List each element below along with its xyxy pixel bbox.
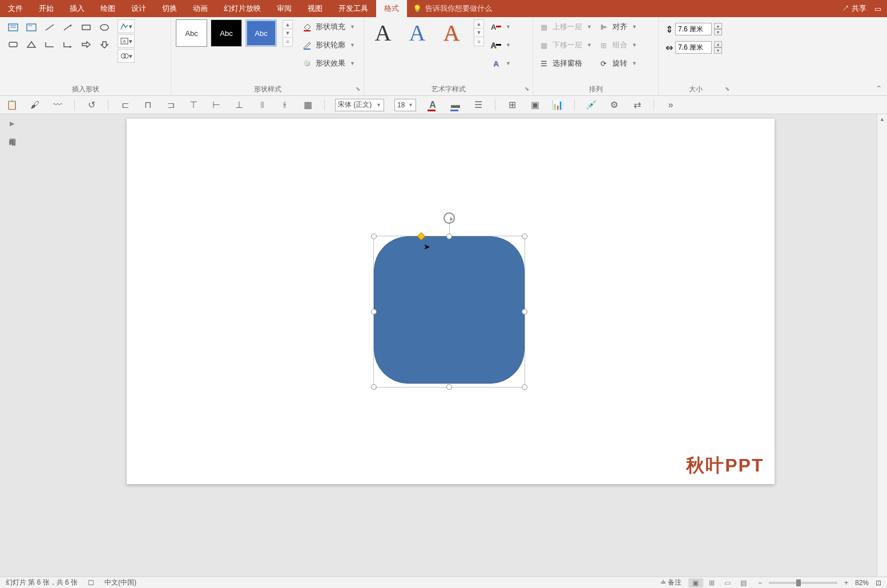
- resize-handle-se[interactable]: [522, 384, 527, 390]
- wordart-launcher[interactable]: ⬊: [525, 84, 529, 94]
- height-spin-up[interactable]: ▲: [714, 23, 722, 29]
- wordart-gallery[interactable]: A A A ▲▼≡: [369, 19, 484, 46]
- view-normal-icon[interactable]: ▣: [688, 578, 703, 587]
- align-button[interactable]: ⊫对齐▼: [599, 19, 637, 34]
- qt-settings-icon[interactable]: ⚙: [608, 99, 620, 111]
- menu-transitions[interactable]: 切换: [154, 0, 185, 17]
- menu-format[interactable]: 格式: [376, 0, 407, 17]
- qt-align-left-icon[interactable]: ⊏: [119, 99, 131, 111]
- font-name-combo[interactable]: 宋体 (正文)▼: [335, 99, 384, 111]
- textbox-button[interactable]: A▾: [118, 34, 135, 48]
- zoom-percent[interactable]: 82%: [855, 579, 869, 587]
- group-button[interactable]: ⊞组合▼: [599, 38, 637, 53]
- zoom-slider[interactable]: [769, 582, 837, 584]
- qt-replace-icon[interactable]: ⇄: [631, 99, 643, 111]
- qt-align-center-icon[interactable]: ⊓: [142, 99, 154, 111]
- shape-height-input[interactable]: 7.6 厘米: [675, 23, 712, 35]
- view-slideshow-icon[interactable]: ▤: [736, 578, 751, 587]
- shape-style-2[interactable]: Abc: [211, 19, 242, 47]
- shape-textbox-icon[interactable]: [5, 19, 22, 35]
- wordart-style-3[interactable]: A: [437, 19, 466, 46]
- qt-eyedropper-icon[interactable]: 💉: [585, 99, 598, 111]
- resize-handle-sw[interactable]: [371, 384, 377, 390]
- qt-reset-icon[interactable]: ↺: [85, 99, 98, 111]
- resize-handle-s[interactable]: [446, 384, 452, 390]
- thumbnail-rail[interactable]: ▶ 缩略图: [0, 114, 24, 577]
- shape-style-1[interactable]: Abc: [176, 19, 207, 47]
- shape-effects-button[interactable]: 形状效果▼: [302, 56, 355, 71]
- shape-triangle-icon[interactable]: [23, 37, 40, 53]
- qt-align-right-icon[interactable]: ⊐: [164, 99, 177, 111]
- height-spin-down[interactable]: ▼: [714, 29, 722, 35]
- notes-button[interactable]: ≐ 备注: [660, 578, 682, 587]
- wordart-style-2[interactable]: A: [403, 19, 432, 46]
- shape-down-arrow-icon[interactable]: [96, 37, 113, 53]
- shape-elbow-icon[interactable]: [41, 37, 58, 53]
- qt-distribute-h-icon[interactable]: ⫴: [256, 99, 268, 111]
- shape-line-icon[interactable]: [41, 19, 58, 35]
- bring-forward-button[interactable]: ▦上移一层▼: [539, 19, 592, 34]
- text-outline-button[interactable]: A▼: [491, 38, 511, 53]
- menu-review[interactable]: 审阅: [269, 0, 300, 17]
- resize-handle-nw[interactable]: [371, 233, 377, 239]
- menu-slideshow[interactable]: 幻灯片放映: [216, 0, 269, 17]
- menu-home[interactable]: 开始: [31, 0, 62, 17]
- style-gallery-scroll[interactable]: ▲▼≡: [283, 20, 293, 47]
- send-backward-button[interactable]: ▦下移一层▼: [539, 38, 592, 53]
- shape-fill-button[interactable]: 形状填充▼: [302, 19, 355, 34]
- view-sorter-icon[interactable]: ⊞: [704, 578, 719, 587]
- qt-paragraph-icon[interactable]: ☰: [472, 99, 485, 111]
- menu-animations[interactable]: 动画: [185, 0, 216, 17]
- merge-shapes-button[interactable]: ▾: [118, 49, 135, 63]
- rotate-button[interactable]: ⟳旋转▼: [599, 56, 637, 71]
- shape-arrow-line-icon[interactable]: [59, 19, 76, 35]
- shape-right-arrow-icon[interactable]: [78, 37, 95, 53]
- shape-selection-box[interactable]: [373, 236, 525, 388]
- shape-textbox2-icon[interactable]: [23, 19, 40, 35]
- qt-align-bottom-icon[interactable]: ⊥: [233, 99, 245, 111]
- menu-design[interactable]: 设计: [123, 0, 154, 17]
- resize-handle-ne[interactable]: [522, 233, 527, 239]
- qt-layout-icon[interactable]: ▣: [529, 99, 541, 111]
- resize-handle-e[interactable]: [522, 309, 527, 315]
- menu-insert[interactable]: 插入: [62, 0, 92, 17]
- text-fill-button[interactable]: A▼: [491, 19, 511, 34]
- view-reading-icon[interactable]: ▭: [720, 578, 735, 587]
- menu-draw[interactable]: 绘图: [92, 0, 123, 17]
- size-launcher[interactable]: ⬊: [725, 84, 729, 94]
- accessibility-icon[interactable]: ☐: [88, 579, 94, 587]
- qt-brush-icon[interactable]: 〰: [51, 99, 64, 111]
- qt-align-middle-icon[interactable]: ⊢: [210, 99, 223, 111]
- rotation-handle[interactable]: [444, 212, 455, 224]
- qt-format-painter-icon[interactable]: 🖌: [29, 99, 41, 111]
- share-button[interactable]: ↗ 共享: [842, 3, 866, 14]
- zoom-out-button[interactable]: −: [758, 579, 762, 587]
- canvas-area[interactable]: ➤ 秋叶PPT: [24, 114, 877, 577]
- scrollbar-up-icon[interactable]: ▲: [877, 114, 887, 124]
- shape-rectangle-icon[interactable]: [78, 19, 95, 35]
- wordart-gallery-scroll[interactable]: ▲▼≡: [474, 19, 484, 46]
- width-spin-down[interactable]: ▼: [714, 47, 722, 54]
- zoom-slider-thumb[interactable]: [796, 579, 801, 586]
- shape-elbow-arrow-icon[interactable]: [59, 37, 76, 53]
- qt-distribute-v-icon[interactable]: ⫳: [279, 99, 291, 111]
- shape-oval-icon[interactable]: [96, 19, 113, 35]
- qt-more-icon[interactable]: »: [664, 99, 677, 111]
- shape-style-gallery[interactable]: Abc Abc Abc ▲▼≡: [176, 19, 293, 47]
- text-effects-button[interactable]: A▼: [491, 56, 511, 71]
- qt-highlight-icon[interactable]: ▬: [449, 99, 462, 111]
- menu-view[interactable]: 视图: [300, 0, 330, 17]
- language-status[interactable]: 中文(中国): [104, 578, 136, 587]
- shape-rounded-rect-icon[interactable]: [5, 37, 22, 53]
- qt-chart-icon[interactable]: 📊: [551, 99, 564, 111]
- slide-canvas[interactable]: ➤ 秋叶PPT: [127, 119, 775, 484]
- shape-styles-launcher[interactable]: ⬊: [356, 84, 360, 94]
- shape-width-input[interactable]: 7.6 厘米: [675, 41, 712, 54]
- qt-font-color-icon[interactable]: A: [426, 99, 439, 111]
- shape-style-3[interactable]: Abc: [245, 19, 277, 47]
- wordart-style-1[interactable]: A: [369, 19, 397, 46]
- qt-snap-icon[interactable]: ▦: [301, 99, 314, 111]
- comments-icon[interactable]: ▭: [874, 5, 881, 13]
- width-spin-up[interactable]: ▲: [714, 41, 722, 47]
- expand-thumbnails-icon[interactable]: ▶: [10, 120, 14, 127]
